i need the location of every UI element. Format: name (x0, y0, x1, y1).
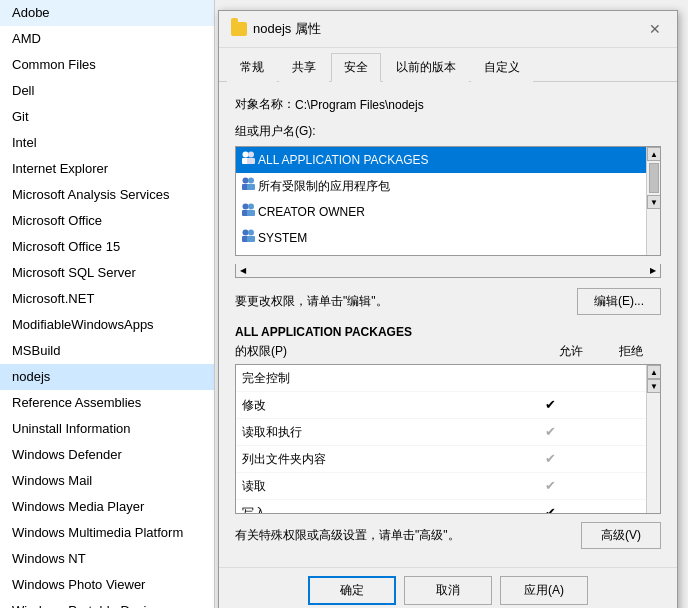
explorer-item[interactable]: Dell (0, 78, 214, 104)
explorer-panel[interactable]: AdobeAMDCommon FilesDellGitIntelInternet… (0, 0, 215, 608)
user-icon (242, 150, 258, 170)
dialog-content: 对象名称： C:\Program Files\nodejs 组或用户名(G): … (219, 82, 677, 567)
permissions-list: 完全控制修改✔读取和执行✔列出文件夹内容✔读取✔写入✔ ▲ ▼ (235, 364, 661, 514)
ok-button[interactable]: 确定 (308, 576, 396, 605)
svg-point-5 (243, 178, 249, 184)
explorer-item[interactable]: Microsoft.NET (0, 286, 214, 312)
tab-常规[interactable]: 常规 (227, 53, 277, 82)
close-button[interactable]: ✕ (645, 19, 665, 39)
explorer-item[interactable]: Microsoft Office (0, 208, 214, 234)
object-label: 对象名称： (235, 96, 295, 113)
perm-header-row: 的权限(P) 允许 拒绝 (235, 343, 661, 360)
tab-自定义[interactable]: 自定义 (471, 53, 533, 82)
h-scroll-right[interactable]: ▶ (646, 264, 660, 278)
users-list[interactable]: ALL APPLICATION PACKAGES 所有受限制的应用程序包 CRE… (235, 146, 661, 256)
svg-point-3 (248, 152, 254, 158)
user-item[interactable]: ALL APPLICATION PACKAGES (236, 147, 646, 173)
explorer-item[interactable]: Windows Multimedia Platform (0, 520, 214, 546)
perm-allow-header: 允许 (541, 343, 601, 360)
explorer-item[interactable]: Windows Defender (0, 442, 214, 468)
svg-point-11 (248, 204, 254, 210)
explorer-item[interactable]: Windows Portable Devices (0, 598, 214, 608)
scroll-up-button[interactable]: ▲ (647, 147, 661, 161)
checkmark: ✔ (545, 424, 556, 439)
dialog-title-left: nodejs 属性 (231, 20, 321, 38)
explorer-item[interactable]: Microsoft Analysis Services (0, 182, 214, 208)
svg-point-15 (248, 230, 254, 236)
object-value: C:\Program Files\nodejs (295, 98, 424, 112)
perm-deny-header: 拒绝 (601, 343, 661, 360)
svg-point-9 (243, 204, 249, 210)
scroll-thumb[interactable] (649, 163, 659, 193)
perm-row: 读取和执行✔ (236, 419, 646, 446)
tab-安全[interactable]: 安全 (331, 53, 381, 82)
explorer-item[interactable]: Intel (0, 130, 214, 156)
perm-name: 写入 (242, 502, 520, 514)
perm-row: 读取✔ (236, 473, 646, 500)
explorer-item[interactable]: Common Files (0, 52, 214, 78)
perm-row: 完全控制 (236, 365, 646, 392)
perm-row: 写入✔ (236, 500, 646, 514)
user-icon (242, 202, 258, 222)
special-hint: 有关特殊权限或高级设置，请单击"高级"。 (235, 527, 460, 544)
change-hint: 要更改权限，请单击"编辑"。 (235, 293, 388, 310)
explorer-item[interactable]: MSBuild (0, 338, 214, 364)
explorer-item[interactable]: AMD (0, 26, 214, 52)
explorer-item[interactable]: nodejs (0, 364, 214, 390)
perm-name: 修改 (242, 394, 520, 416)
explorer-item[interactable]: Windows Mail (0, 468, 214, 494)
explorer-item[interactable]: Microsoft SQL Server (0, 260, 214, 286)
perm-row: 列出文件夹内容✔ (236, 446, 646, 473)
explorer-item[interactable]: ModifiableWindowsApps (0, 312, 214, 338)
users-scrollbar[interactable]: ▲ ▼ (646, 147, 660, 255)
svg-point-7 (248, 178, 254, 184)
user-item[interactable]: 所有受限制的应用程序包 (236, 173, 646, 199)
svg-rect-2 (247, 158, 255, 164)
svg-point-1 (243, 152, 249, 158)
user-group-icon (242, 228, 258, 242)
svg-point-13 (243, 230, 249, 236)
h-scroll-left[interactable]: ◀ (236, 264, 250, 278)
explorer-item[interactable]: Adobe (0, 0, 214, 26)
cancel-button[interactable]: 取消 (404, 576, 492, 605)
user-group-icon (242, 150, 258, 164)
checkmark: ✔ (545, 397, 556, 412)
svg-rect-10 (247, 210, 255, 216)
scroll-down-button[interactable]: ▼ (647, 195, 661, 209)
perm-allow-check: ✔ (520, 448, 580, 470)
user-icon (242, 176, 258, 196)
properties-dialog: nodejs 属性 ✕ 常规共享安全以前的版本自定义 对象名称： C:\Prog… (218, 10, 678, 608)
user-name: CREATOR OWNER (258, 202, 365, 222)
h-scroll[interactable]: ◀ ▶ (235, 264, 661, 278)
explorer-item[interactable]: Git (0, 104, 214, 130)
checkmark: ✔ (545, 505, 556, 514)
user-item[interactable]: SYSTEM (236, 225, 646, 251)
tab-bar: 常规共享安全以前的版本自定义 (219, 48, 677, 82)
explorer-item[interactable]: Internet Explorer (0, 156, 214, 182)
dialog-title: nodejs 属性 (253, 20, 321, 38)
perm-section-sub: 的权限(P) (235, 343, 541, 360)
explorer-item[interactable]: Windows NT (0, 546, 214, 572)
h-scroll-track (250, 264, 646, 277)
advanced-button[interactable]: 高级(V) (581, 522, 661, 549)
perm-allow-check: ✔ (520, 475, 580, 497)
perm-scrollbar[interactable]: ▲ ▼ (646, 365, 660, 513)
perm-scroll-down[interactable]: ▼ (647, 379, 661, 393)
user-item[interactable]: CREATOR OWNER (236, 199, 646, 225)
perm-name: 读取和执行 (242, 421, 520, 443)
apply-button[interactable]: 应用(A) (500, 576, 588, 605)
explorer-item[interactable]: Windows Photo Viewer (0, 572, 214, 598)
explorer-item[interactable]: Uninstall Information (0, 416, 214, 442)
tab-共享[interactable]: 共享 (279, 53, 329, 82)
explorer-item[interactable]: Windows Media Player (0, 494, 214, 520)
edit-button[interactable]: 编辑(E)... (577, 288, 661, 315)
user-name: ALL APPLICATION PACKAGES (258, 150, 429, 170)
tab-以前的版本[interactable]: 以前的版本 (383, 53, 469, 82)
perm-name: 读取 (242, 475, 520, 497)
explorer-item[interactable]: Reference Assemblies (0, 390, 214, 416)
explorer-item[interactable]: Microsoft Office 15 (0, 234, 214, 260)
user-group-icon (242, 176, 258, 190)
group-label: 组或用户名(G): (235, 123, 661, 140)
perm-scroll-up[interactable]: ▲ (647, 365, 661, 379)
dialog-buttons: 确定 取消 应用(A) (219, 567, 677, 608)
